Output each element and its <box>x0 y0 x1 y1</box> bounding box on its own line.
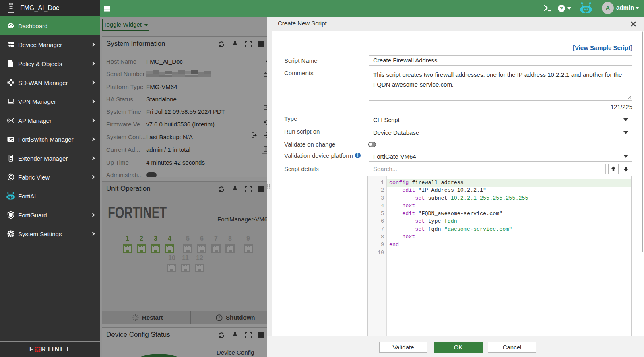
svg-text:?: ? <box>560 6 563 12</box>
